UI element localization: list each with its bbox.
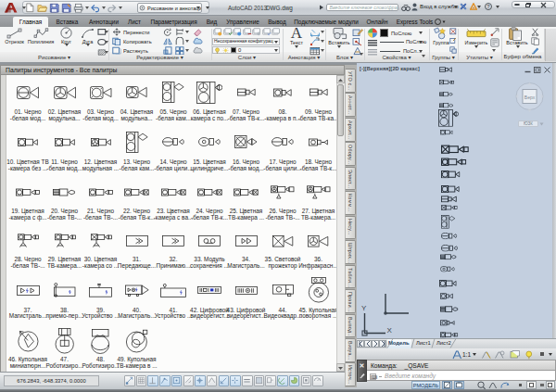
- svg-text:X: X: [387, 326, 393, 335]
- svg-text:Верх: Верх: [524, 95, 536, 100]
- svg-text:Y: Y: [361, 304, 367, 312]
